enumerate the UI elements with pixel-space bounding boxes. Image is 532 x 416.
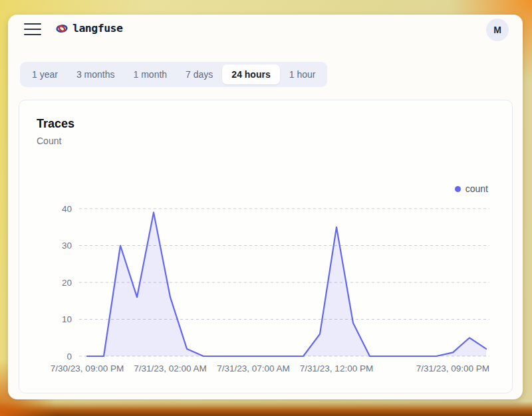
legend-dot-icon: [455, 186, 461, 192]
x-axis-tick-label: 7/31/23, 09:00 PM: [416, 364, 489, 373]
y-axis-tick-label: 0: [66, 352, 72, 362]
hamburger-menu-button[interactable]: [24, 23, 41, 35]
knot-icon: [56, 23, 68, 34]
traces-area-chart: 0102030407/30/23, 09:00 PM7/31/23, 02:00…: [19, 193, 513, 393]
desktop-background: { "header": { "logo_text": "langfuse", "…: [0, 0, 532, 416]
tab-7-days[interactable]: 7 days: [176, 64, 222, 84]
tab-1-hour[interactable]: 1 hour: [280, 64, 325, 84]
logo-text: langfuse: [72, 22, 122, 35]
area-fill: [87, 213, 486, 356]
x-axis-tick-label: 7/31/23, 12:00 PM: [300, 364, 373, 373]
app-window: langfuse M 1 year3 months1 month7 days24…: [8, 15, 523, 399]
y-axis-tick-label: 30: [62, 241, 72, 251]
card-subtitle: Count: [37, 136, 61, 146]
y-axis-tick-label: 20: [62, 278, 72, 288]
menu-icon: [24, 34, 41, 35]
langfuse-logo: langfuse: [56, 22, 122, 35]
y-axis-tick-label: 40: [62, 204, 72, 214]
y-axis-tick-label: 10: [62, 314, 72, 324]
menu-icon: [24, 23, 41, 25]
tab-1-month[interactable]: 1 month: [124, 64, 177, 84]
tab-3-months[interactable]: 3 months: [67, 64, 124, 84]
time-range-tabs: 1 year3 months1 month7 days24 hours1 hou…: [20, 62, 327, 87]
menu-icon: [24, 29, 41, 30]
card-title: Traces: [37, 117, 74, 131]
user-avatar[interactable]: M: [486, 19, 509, 41]
tab-24-hours[interactable]: 24 hours: [222, 64, 279, 84]
x-axis-tick-label: 7/30/23, 09:00 PM: [51, 364, 124, 373]
traces-card: Traces Count count 0102030407/30/23, 09:…: [19, 100, 513, 393]
legend-label: count: [466, 183, 488, 194]
x-axis-tick-label: 7/31/23, 07:00 AM: [217, 364, 290, 373]
tab-1-year[interactable]: 1 year: [23, 64, 67, 84]
avatar-initial: M: [493, 25, 501, 35]
chart-legend: count: [455, 183, 488, 194]
x-axis-tick-label: 7/31/23, 02:00 AM: [134, 364, 207, 373]
